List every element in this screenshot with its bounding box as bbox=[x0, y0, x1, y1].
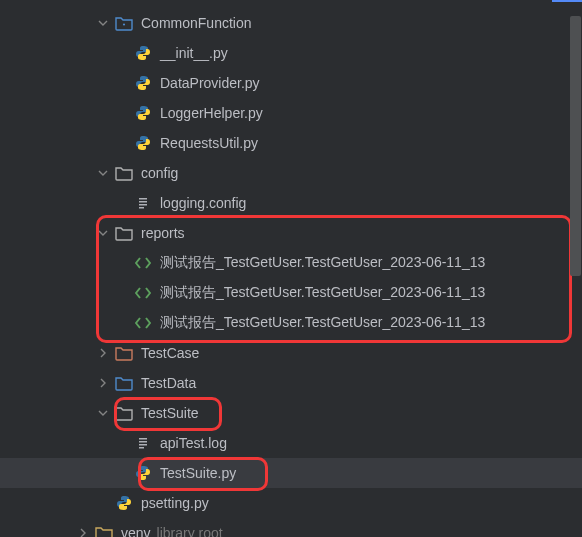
svg-rect-8 bbox=[139, 447, 144, 449]
tree-file-dataprovider[interactable]: DataProvider.py bbox=[0, 68, 582, 98]
svg-rect-6 bbox=[139, 441, 147, 443]
tree-label: logging.config bbox=[160, 195, 246, 211]
tree-label: __init__.py bbox=[160, 45, 228, 61]
tree-folder-testdata[interactable]: TestData bbox=[0, 368, 582, 398]
tree-label: venv bbox=[121, 525, 151, 537]
html-file-icon bbox=[134, 314, 152, 332]
folder-excluded-icon bbox=[115, 344, 133, 362]
python-file-icon bbox=[134, 134, 152, 152]
tree-label: TestData bbox=[141, 375, 196, 391]
folder-icon bbox=[115, 404, 133, 422]
tree-file-testsuitepy[interactable]: TestSuite.py bbox=[0, 458, 582, 488]
folder-icon bbox=[115, 164, 133, 182]
tree-folder-config[interactable]: config bbox=[0, 158, 582, 188]
tree-label: CommonFunction bbox=[141, 15, 252, 31]
tree-label: TestSuite.py bbox=[160, 465, 236, 481]
chevron-down-icon bbox=[95, 168, 111, 178]
tree-label: 测试报告_TestGetUser.TestGetUser_2023-06-11_… bbox=[160, 284, 485, 302]
tree-file-init[interactable]: __init__.py bbox=[0, 38, 582, 68]
svg-rect-1 bbox=[139, 198, 147, 200]
svg-rect-3 bbox=[139, 204, 147, 206]
tree-label: LoggerHelper.py bbox=[160, 105, 263, 121]
tree-label: TestSuite bbox=[141, 405, 199, 421]
tree-label: config bbox=[141, 165, 178, 181]
folder-package-icon bbox=[115, 14, 133, 32]
folder-resource-icon bbox=[115, 374, 133, 392]
svg-rect-4 bbox=[139, 207, 144, 209]
tree-label: reports bbox=[141, 225, 185, 241]
folder-icon bbox=[115, 224, 133, 242]
text-file-icon bbox=[134, 434, 152, 452]
python-file-icon bbox=[134, 74, 152, 92]
chevron-right-icon bbox=[95, 378, 111, 388]
python-file-icon bbox=[134, 464, 152, 482]
tree-label-hint: library root bbox=[157, 525, 223, 537]
chevron-right-icon bbox=[95, 348, 111, 358]
text-file-icon bbox=[134, 194, 152, 212]
scrollbar-thumb[interactable] bbox=[570, 16, 581, 276]
tree-file-psetting[interactable]: psetting.py bbox=[0, 488, 582, 518]
tree-folder-reports[interactable]: reports bbox=[0, 218, 582, 248]
tree-label: TestCase bbox=[141, 345, 199, 361]
html-file-icon bbox=[134, 254, 152, 272]
svg-rect-2 bbox=[139, 201, 147, 203]
svg-rect-5 bbox=[139, 438, 147, 440]
tree-file-loggingconfig[interactable]: logging.config bbox=[0, 188, 582, 218]
tree-folder-commonfunction[interactable]: CommonFunction bbox=[0, 8, 582, 38]
project-tree: CommonFunction __init__.py DataProvider.… bbox=[0, 0, 582, 537]
tree-folder-testsuite[interactable]: TestSuite bbox=[0, 398, 582, 428]
tree-file-report[interactable]: 测试报告_TestGetUser.TestGetUser_2023-06-11_… bbox=[0, 248, 582, 278]
tree-file-requestsutil[interactable]: RequestsUtil.py bbox=[0, 128, 582, 158]
tree-file-report[interactable]: 测试报告_TestGetUser.TestGetUser_2023-06-11_… bbox=[0, 308, 582, 338]
tree-label: 测试报告_TestGetUser.TestGetUser_2023-06-11_… bbox=[160, 314, 485, 332]
tree-file-apitestlog[interactable]: apiTest.log bbox=[0, 428, 582, 458]
svg-point-0 bbox=[123, 23, 125, 25]
tree-file-loggerhelper[interactable]: LoggerHelper.py bbox=[0, 98, 582, 128]
tree-label: RequestsUtil.py bbox=[160, 135, 258, 151]
html-file-icon bbox=[134, 284, 152, 302]
tree-label: psetting.py bbox=[141, 495, 209, 511]
python-file-icon bbox=[115, 494, 133, 512]
svg-rect-7 bbox=[139, 444, 147, 446]
tree-label: DataProvider.py bbox=[160, 75, 260, 91]
tree-label: 测试报告_TestGetUser.TestGetUser_2023-06-11_… bbox=[160, 254, 485, 272]
tree-file-report[interactable]: 测试报告_TestGetUser.TestGetUser_2023-06-11_… bbox=[0, 278, 582, 308]
python-file-icon bbox=[134, 44, 152, 62]
scrollbar[interactable] bbox=[569, 16, 582, 537]
tree-label: apiTest.log bbox=[160, 435, 227, 451]
chevron-down-icon bbox=[95, 18, 111, 28]
tree-folder-testcase[interactable]: TestCase bbox=[0, 338, 582, 368]
chevron-down-icon bbox=[95, 408, 111, 418]
python-file-icon bbox=[134, 104, 152, 122]
folder-library-icon bbox=[95, 524, 113, 537]
tree-folder-venv[interactable]: venv library root bbox=[0, 518, 582, 537]
chevron-down-icon bbox=[95, 228, 111, 238]
chevron-right-icon bbox=[75, 528, 91, 537]
